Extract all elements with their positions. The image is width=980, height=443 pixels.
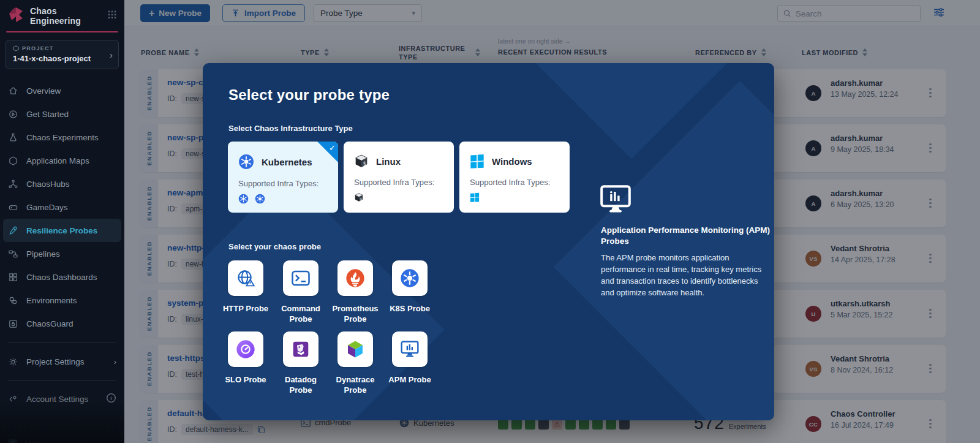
probe-section-label: Select your chaos probe: [228, 242, 321, 251]
command-probe-icon: [292, 270, 310, 286]
apm-info-title: Application Performance Monitoring (APM)…: [601, 225, 771, 247]
sidebar-item-overview[interactable]: Overview: [0, 79, 124, 102]
probe-icon: [8, 225, 18, 236]
windows-icon: [470, 192, 480, 202]
datadog-probe-icon: [292, 340, 310, 358]
probe-tile-datadog[interactable]: [283, 331, 318, 367]
infra-card-kubernetes[interactable]: ✓ Kubernetes Supported Infra Types:: [228, 142, 338, 213]
probe-tile-k8s[interactable]: [392, 260, 428, 296]
sidebar-item-gamedays[interactable]: GameDays: [0, 195, 124, 219]
sidebar-item-chaos-dashboards[interactable]: Chaos Dashboards: [0, 265, 124, 289]
probe-tile-dynatrace[interactable]: [337, 331, 373, 367]
project-selector[interactable]: PROJECT 1-41-x-chaos-project ›: [6, 40, 119, 69]
sidebar-item-pipelines[interactable]: Pipelines: [0, 242, 124, 265]
project-label-row: PROJECT: [13, 45, 102, 51]
sidebar-divider: [8, 343, 116, 343]
sidebar-item-resilience-probes[interactable]: Resilience Probes: [3, 219, 121, 242]
supported-infra-icons: [459, 187, 570, 202]
windows-icon: [470, 154, 484, 168]
project-label: PROJECT: [22, 45, 54, 51]
http-probe-icon: [236, 269, 255, 287]
pipelines-icon: [8, 249, 18, 259]
prometheus-probe-icon: [345, 268, 365, 288]
account-gear-icon: [8, 394, 18, 404]
probe-tile-command[interactable]: [283, 260, 318, 296]
svg-text:$: $: [360, 197, 362, 201]
linux-icon: $: [354, 154, 369, 168]
brand-underline: [6, 31, 118, 32]
environments-icon: [8, 295, 18, 306]
sidebar-item-application-maps[interactable]: Application Maps: [0, 149, 124, 172]
get-started-icon: [8, 109, 18, 119]
select-probe-type-modal: Select your probe type Select Chaos Infr…: [203, 63, 774, 420]
hexagon-icon: [8, 156, 18, 166]
decorative-diamond: [554, 81, 774, 420]
sidebar-item-get-started[interactable]: Get Started: [0, 102, 124, 126]
flask-icon: [8, 132, 18, 143]
sidebar-nav: Overview Get Started Chaos Experiments A…: [0, 79, 124, 335]
kubernetes-icon: [238, 154, 254, 170]
kubernetes-icon: [400, 268, 420, 288]
sidebar-item-chaosguard[interactable]: ChaosGuard: [0, 312, 124, 335]
project-icon: [13, 45, 19, 51]
probe-tile-http[interactable]: [228, 260, 263, 296]
probe-tile-label: Prometheus Probe: [331, 303, 379, 324]
app-grid-icon[interactable]: [107, 10, 117, 22]
supported-infra-icons: $: [344, 187, 454, 202]
project-name: 1-41-x-chaos-project: [13, 54, 102, 63]
probe-tile-prometheus[interactable]: [337, 260, 373, 296]
infra-card-windows[interactable]: Windows Supported Infra Types:: [459, 142, 570, 213]
sidebar-item-account-settings[interactable]: Account Settings: [0, 388, 124, 410]
sidebar-item-chaos-experiments[interactable]: Chaos Experiments: [0, 126, 124, 149]
svg-text:$: $: [363, 161, 366, 167]
sidebar-item-environments[interactable]: Environments: [0, 289, 124, 312]
supported-infra-icons: [228, 188, 338, 204]
probe-tile-label: Command Probe: [277, 303, 325, 324]
linux-icon: $: [354, 192, 364, 202]
slo-probe-icon: [236, 339, 255, 359]
home-icon: [8, 86, 18, 96]
modal-title: Select your probe type: [228, 86, 390, 104]
sidebar-header: Chaos Engineering: [0, 0, 124, 31]
dashboard-icon: [8, 272, 18, 282]
probe-tile-slo[interactable]: [228, 331, 263, 367]
probe-tile-apm[interactable]: [392, 331, 428, 367]
gear-icon: [8, 357, 18, 367]
probe-tile-label: K8S Probe: [386, 303, 434, 314]
apm-monitor-icon: [600, 184, 631, 216]
probe-tile-label: Datadog Probe: [277, 374, 325, 395]
apm-probe-icon: [400, 340, 420, 358]
gamepad-icon: [8, 202, 18, 213]
check-icon: ✓: [329, 143, 336, 153]
chevron-right-icon: ›: [114, 357, 116, 366]
probe-tile-label: APM Probe: [386, 374, 434, 385]
app-title: Chaos Engineering: [30, 6, 102, 26]
sidebar-item-help[interactable]: ? Help: [0, 433, 124, 443]
chevron-right-icon: ›: [110, 50, 113, 60]
probe-tile-label: SLO Probe: [222, 374, 270, 385]
probe-tile-label: HTTP Probe: [222, 303, 270, 314]
sidebar-item-project-settings[interactable]: Project Settings ›: [0, 350, 124, 373]
chaos-logo-icon: [7, 6, 24, 26]
infra-card-linux[interactable]: $ Linux Supported Infra Types: $: [344, 142, 454, 213]
sidebar-divider: [8, 380, 116, 381]
hub-icon: [8, 179, 18, 189]
kubernetes-icon: [238, 194, 249, 204]
sidebar-item-chaoshubs[interactable]: ChaosHubs: [0, 172, 124, 195]
help-icon: ?: [8, 439, 17, 443]
probe-tile-label: Dynatrace Probe: [331, 374, 379, 395]
apm-info-description: The APM probe monitors application perfo…: [601, 252, 771, 298]
infra-section-label: Select Chaos Infrastructure Type: [228, 124, 353, 133]
app-window: Chaos Engineering PROJECT 1-41-x-chaos-p…: [0, 0, 980, 443]
lock-icon: [8, 319, 18, 329]
info-icon: [106, 393, 116, 405]
dynatrace-probe-icon: [345, 339, 365, 359]
kubernetes-icon: [255, 194, 265, 204]
sidebar: Chaos Engineering PROJECT 1-41-x-chaos-p…: [0, 0, 124, 443]
